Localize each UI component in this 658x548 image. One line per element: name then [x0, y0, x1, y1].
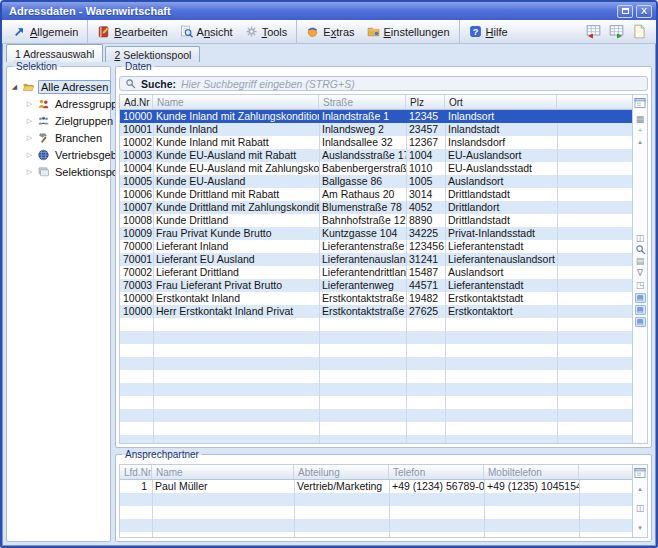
new-document-icon[interactable]: [631, 24, 648, 39]
table-row[interactable]: 100001 Herr Erstkontakt Inland Privat Er…: [120, 305, 632, 318]
cell-empty: [557, 227, 632, 240]
search-icon[interactable]: [635, 244, 646, 255]
restore-icon[interactable]: [617, 5, 633, 18]
app-window: Adressdaten - Warenwirtschaft X Allgemei…: [0, 0, 658, 548]
table-row[interactable]: 100000 Erstkontakt Inland Erstkontaktstr…: [120, 292, 632, 305]
cell-strasse: Inlandstraße 1: [319, 110, 406, 123]
address-groups-icon: [37, 98, 50, 110]
column-chooser-icon[interactable]: [634, 467, 646, 479]
table-row[interactable]: 70001 Lieferant EU Ausland Lieferantenau…: [120, 253, 632, 266]
card-view-icon[interactable]: ◫: [636, 502, 645, 514]
scroll-up-icon[interactable]: ▴: [638, 136, 642, 147]
sum-icon[interactable]: ▤: [636, 255, 645, 267]
column-header-strasse[interactable]: Straße: [319, 95, 406, 109]
table-row[interactable]: 10001 Kunde Inland Inlandsweg 2 23457 In…: [120, 123, 632, 136]
cell-lfdnr: 1: [120, 480, 152, 493]
column-chooser-icon[interactable]: [634, 97, 646, 109]
ansprechpartner-groupbox: Ansprechpartner Lfd.Nr. Name Abteilung T…: [115, 454, 652, 542]
tree-item-vertriebsgebiete[interactable]: ▷ Vertriebsgebiete: [10, 146, 108, 163]
menu-item-bearbeiten[interactable]: Bearbeiten: [87, 20, 173, 43]
cell-empty: [557, 305, 632, 318]
search-input[interactable]: Suche: Hier Suchbegriff eingeben (STRG+S…: [119, 76, 648, 91]
table-row[interactable]: 10006 Kunde Drittland mit Rabatt Am Rath…: [120, 188, 632, 201]
table-row[interactable]: 10003 Kunde EU-Ausland mit Rabatt Auslan…: [120, 149, 632, 162]
tree-item-zielgruppen[interactable]: ▷ Zielgruppen: [10, 112, 108, 129]
cell-adnr: 10005: [120, 175, 153, 188]
cell-adnr: 10000: [120, 110, 153, 123]
selektion-groupbox: Selektion ◢ Alle Adressen ▷ Adressgruppe…: [6, 66, 111, 542]
scroll-top-icon[interactable]: ▦: [636, 113, 645, 125]
column-header-abteilung[interactable]: Abteilung: [294, 465, 389, 479]
cell-strasse: Kuntzgasse 104: [319, 227, 406, 240]
list-view-icon[interactable]: ▤: [635, 317, 646, 327]
cell-adnr: 70000: [120, 240, 153, 253]
column-header-name[interactable]: Name: [152, 465, 294, 479]
copy-icon[interactable]: ◳: [636, 279, 645, 291]
cell-name: Frau Privat Kunde Brutto: [153, 227, 319, 240]
close-icon[interactable]: X: [636, 5, 652, 18]
table-row[interactable]: 10004 Kunde EU-Ausland mit Zahlungskondt…: [120, 162, 632, 175]
table-row[interactable]: 10000 Kunde Inland mit Zahlungskondition…: [120, 110, 632, 123]
title-buttons: X: [617, 5, 652, 18]
ansicht-icon: [180, 25, 193, 38]
tree-item-alle-adressen[interactable]: ◢ Alle Adressen: [10, 78, 108, 95]
column-header-telefon[interactable]: Telefon: [389, 465, 484, 479]
column-header-name[interactable]: Name: [153, 95, 319, 109]
column-header-plz[interactable]: Plz: [406, 95, 445, 109]
tree-expander-icon[interactable]: ▷: [25, 168, 34, 176]
scroll-up-icon[interactable]: ▴: [638, 483, 642, 494]
address-grid-body: 10000 Kunde Inland mit Zahlungskondition…: [120, 110, 632, 443]
cell-plz: 8890: [406, 214, 445, 227]
column-header-adnr[interactable]: Ad.Nr▼: [120, 95, 153, 109]
card-view-icon[interactable]: ◫: [636, 232, 645, 244]
column-header-empty: [579, 465, 632, 479]
tree-expander-icon[interactable]: ▷: [25, 100, 34, 108]
menu-item-tools[interactable]: Tools: [239, 20, 294, 43]
menu-item-ansicht[interactable]: Ansicht: [174, 20, 239, 43]
list-view-icon[interactable]: ▤: [635, 293, 646, 303]
cell-plz: 27625: [406, 305, 445, 318]
industries-icon: [37, 132, 50, 144]
tree-item-adressgruppen[interactable]: ▷ Adressgruppen: [10, 95, 108, 112]
sales-territories-icon: [37, 149, 50, 161]
add-icon[interactable]: +: [638, 125, 642, 136]
cell-ort: Lieferantenauslandsort: [445, 253, 557, 266]
tree-expander-icon[interactable]: ◢: [10, 83, 19, 91]
tree-expander-icon[interactable]: ▷: [25, 117, 34, 125]
table-row[interactable]: 10007 Kunde Drittland mit Zahlungskondit…: [120, 201, 632, 214]
cell-plz: 1005: [406, 175, 445, 188]
hilfe-icon: [469, 25, 482, 38]
cell-plz: 23457: [406, 123, 445, 136]
cell-adnr: 70002: [120, 266, 153, 279]
filter-icon[interactable]: ∇: [637, 267, 643, 279]
column-header-ort[interactable]: Ort: [445, 95, 557, 109]
table-row[interactable]: 1 Paul Müller Vertrieb/Marketing +49 (12…: [120, 480, 632, 493]
table-import-icon[interactable]: [608, 24, 625, 39]
tree-expander-icon[interactable]: ▷: [25, 134, 34, 142]
list-view-icon[interactable]: ▤: [635, 305, 646, 315]
table-export-icon[interactable]: [585, 24, 602, 39]
menu-item-hilfe[interactable]: Hilfe: [459, 20, 514, 43]
cell-name: Kunde EU-Ausland mit Rabatt: [153, 149, 319, 162]
tree-expander-icon[interactable]: ▷: [25, 151, 34, 159]
table-row[interactable]: 70000 Lieferant Inland Lieferantenstraße…: [120, 240, 632, 253]
table-row[interactable]: 70003 Frau Lieferant Privat Brutto Liefe…: [120, 279, 632, 292]
table-row[interactable]: 70002 Lieferant Drittland Lieferantendri…: [120, 266, 632, 279]
column-header-mobiltelefon[interactable]: Mobiltelefon: [484, 465, 579, 479]
menu-item-allgemein[interactable]: Allgemein: [7, 20, 84, 43]
tree-item-selektionspools[interactable]: ▷ Selektionspools: [10, 163, 108, 180]
column-header-lfdnr[interactable]: Lfd.Nr.: [120, 465, 152, 479]
bearbeiten-icon: [97, 25, 110, 38]
table-row[interactable]: 10005 Kunde EU-Ausland Ballgasse 86 1005…: [120, 175, 632, 188]
cell-plz: 12367: [406, 136, 445, 149]
cell-empty: [557, 110, 632, 123]
menu-item-einstellungen[interactable]: Einstellungen: [361, 20, 456, 43]
tree-item-branchen[interactable]: ▷ Branchen: [10, 129, 108, 146]
table-row[interactable]: 10009 Frau Privat Kunde Brutto Kuntzgass…: [120, 227, 632, 240]
scroll-down-icon[interactable]: ▾: [638, 522, 642, 533]
table-row[interactable]: 10008 Kunde Drittland Bahnhofstraße 12 8…: [120, 214, 632, 227]
cell-ort: Drittlandstadt: [445, 214, 557, 227]
table-row[interactable]: 10002 Kunde Inland mit Rabatt Inlandsall…: [120, 136, 632, 149]
menu-item-extras[interactable]: Extras: [296, 20, 360, 43]
folder-open-icon: [22, 81, 35, 93]
